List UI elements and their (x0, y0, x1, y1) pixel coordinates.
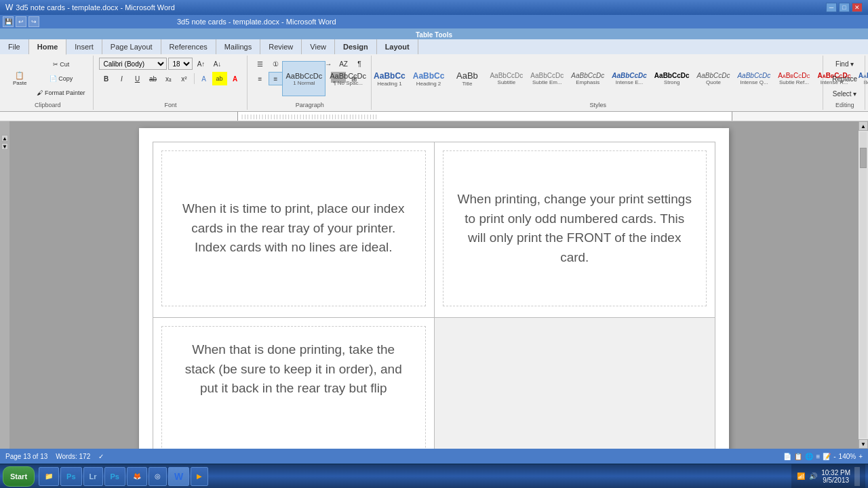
chrome-icon: ◎ (155, 472, 161, 480)
clipboard-label: Clipboard (35, 100, 61, 108)
save-quick-button[interactable]: 💾 (3, 16, 14, 27)
superscript-button[interactable]: x² (177, 72, 192, 85)
redo-quick-button[interactable]: ↪ (28, 16, 39, 27)
table-tools-label: Table Tools (416, 31, 452, 39)
minimize-button[interactable]: ─ (826, 3, 837, 12)
tab-design[interactable]: Design (335, 39, 377, 54)
style-title[interactable]: AaBb Title (448, 61, 486, 96)
tab-references[interactable]: References (161, 39, 216, 54)
close-button[interactable]: ✕ (852, 3, 863, 12)
title-text: 3d5 note cards - template.docx - Microso… (16, 3, 175, 12)
style-heading1[interactable]: AaBbCc Heading 1 (370, 61, 409, 96)
view-draft-button[interactable]: 📝 (823, 453, 831, 460)
taskbar-item-lr[interactable]: Lr (83, 467, 103, 486)
style-normal[interactable]: AaBbCcDc 1 Normal (282, 61, 326, 96)
cut-button[interactable]: ✂ Cut (33, 58, 88, 71)
view-web-button[interactable]: 🌐 (805, 453, 813, 460)
style-subtleem-preview: AaBbCcDc (530, 72, 564, 79)
taskbar-item-ps[interactable]: Ps (60, 467, 81, 486)
copy-button[interactable]: 📄 Copy (33, 72, 88, 85)
start-button[interactable]: Start (3, 466, 35, 487)
date-display: 9/5/2013 (823, 476, 849, 484)
style-h1-preview: AaBbCc (374, 71, 406, 81)
page-info: Page 13 of 13 (5, 453, 47, 460)
highlight-button[interactable]: ab (212, 72, 227, 85)
scroll-thumb[interactable] (860, 148, 867, 168)
scroll-down-button[interactable]: ▼ (859, 439, 868, 449)
style-intense-q[interactable]: AaBbCcDc Intense Q... (734, 61, 774, 96)
increase-font-button[interactable]: A↑ (194, 57, 209, 70)
page-up-button[interactable]: ▲ (1, 135, 8, 142)
tab-home[interactable]: Home (29, 39, 67, 55)
style-intense-em[interactable]: AaBbCcDc Intense E... (608, 61, 650, 96)
font-family-select[interactable]: Calibri (Body) (99, 58, 167, 70)
taskbar-item-chrome[interactable]: ◎ (149, 467, 167, 486)
style-emphasis[interactable]: AaBbCcDc Emphasis (568, 61, 608, 96)
style-title-preview: AaBb (456, 70, 478, 81)
vertical-scrollbar[interactable]: ▲ ▼ (859, 121, 868, 449)
bold-button[interactable]: B (99, 72, 114, 85)
style-quote[interactable]: AaBbCcDc Quote (694, 61, 734, 96)
style-subtle-em[interactable]: AaBbCcDc Subtle Em... (527, 61, 567, 96)
replace-button[interactable]: Replace (829, 72, 861, 85)
tab-page-layout[interactable]: Page Layout (102, 39, 161, 54)
style-h1-label: Heading 1 (377, 81, 401, 87)
format-painter-button[interactable]: 🖌 Format Painter (33, 86, 88, 100)
zoom-in-button[interactable]: + (859, 453, 863, 460)
style-nospace-preview: AaBbCcDc (330, 72, 366, 80)
tab-file[interactable]: File (0, 39, 29, 54)
paste-icon: 📋 (15, 71, 24, 80)
tab-layout[interactable]: Layout (377, 39, 418, 54)
tab-mailings[interactable]: Mailings (216, 39, 260, 54)
decrease-font-button[interactable]: A↓ (210, 57, 225, 70)
view-outline-button[interactable]: ≡ (816, 453, 820, 460)
style-strong[interactable]: AaBbCcDc Strong (651, 61, 693, 96)
tab-insert[interactable]: Insert (66, 39, 102, 54)
align-left-button[interactable]: ≡ (253, 72, 268, 85)
underline-button[interactable]: U (130, 72, 145, 85)
strikethrough-button[interactable]: ab (146, 72, 161, 85)
quick-access-title: 3d5 note cards - template.docx - Microso… (177, 18, 336, 26)
subscript-button[interactable]: x₂ (161, 72, 176, 85)
undo-quick-button[interactable]: ↩ (16, 16, 26, 27)
taskbar-item-firefox[interactable]: 🦊 (127, 467, 147, 486)
page-down-button[interactable]: ▼ (1, 143, 8, 150)
maximize-button[interactable]: □ (839, 3, 850, 12)
clipboard-buttons: 📋 Paste ✂ Cut 📄 Copy 🖌 Format Painter (7, 57, 89, 100)
paste-button[interactable]: 📋 Paste (7, 61, 33, 96)
italic-button[interactable]: I (115, 72, 130, 85)
style-heading2[interactable]: AaBbCc Heading 2 (410, 61, 448, 96)
view-print-button[interactable]: 📄 (783, 453, 791, 460)
tab-view[interactable]: View (302, 39, 335, 54)
style-no-spacing[interactable]: AaBbCcDc ¶ No Spac... (326, 61, 370, 96)
select-button[interactable]: Select ▾ (829, 87, 861, 100)
bullets-button[interactable]: ☰ (253, 57, 268, 70)
style-subtle-ref[interactable]: AaBbCcDc Subtle Ref... (774, 61, 813, 96)
card-inner-2: When printing, change your print setting… (443, 150, 707, 306)
font-size-select[interactable]: 18 (168, 58, 193, 70)
taskbar-item-ps2[interactable]: Ps (104, 467, 125, 486)
font-color-button[interactable]: A (228, 72, 243, 85)
taskbar-item-vlc[interactable]: ▶ (191, 467, 208, 486)
taskbar-right: 📶 🔊 10:32 PM 9/5/2013 (791, 464, 865, 488)
find-button[interactable]: Find ▾ (829, 57, 861, 70)
numbering-button[interactable]: ① (269, 57, 283, 70)
cards-bottom-row: When that is done printing, take the sta… (153, 318, 715, 449)
scroll-track[interactable] (860, 132, 867, 438)
taskbar-item-explorer[interactable]: 📁 (39, 467, 59, 486)
text-effects-button[interactable]: A (197, 72, 212, 85)
align-center-button[interactable]: ≡ (269, 72, 283, 85)
card2-text: When printing, change your print setting… (457, 190, 693, 267)
view-full-button[interactable]: 📋 (794, 453, 802, 460)
style-subtitle[interactable]: AaBbCcDc Subtitle (486, 61, 526, 96)
document-scroll[interactable]: When it is time to print, place our inde… (9, 121, 859, 449)
tab-review[interactable]: Review (260, 39, 302, 54)
title-bar-controls[interactable]: ─ □ ✕ (826, 3, 863, 12)
paste-label: Paste (13, 80, 26, 86)
zoom-out-button[interactable]: - (833, 453, 835, 460)
style-inteme-preview: AaBbCcDc (612, 72, 647, 79)
firefox-icon: 🦊 (133, 472, 141, 480)
taskbar-item-word[interactable]: W (168, 467, 189, 486)
show-desktop-button[interactable] (854, 467, 860, 486)
scroll-up-button[interactable]: ▲ (859, 121, 868, 131)
